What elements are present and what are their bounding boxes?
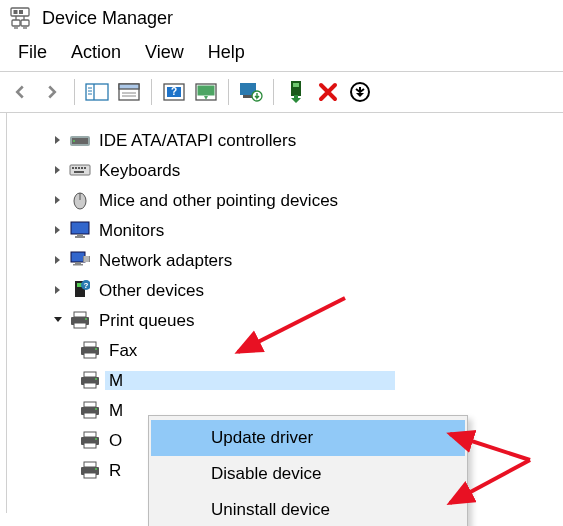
help-button[interactable]: ? [160,78,188,106]
expand-icon[interactable] [51,193,65,207]
svg-text:?: ? [171,86,177,97]
svg-rect-9 [86,84,108,100]
printer-icon [79,429,101,451]
back-button[interactable] [6,78,34,106]
svg-rect-15 [119,84,139,89]
svg-rect-66 [84,413,96,418]
svg-rect-74 [84,473,96,478]
svg-rect-52 [74,312,86,317]
svg-rect-38 [74,171,84,173]
toolbar-separator [273,79,274,105]
tree-item-fax[interactable]: Fax [21,335,563,365]
svg-rect-2 [19,10,23,14]
show-hide-tree-button[interactable] [83,78,111,106]
printer-icon [79,459,101,481]
svg-rect-45 [75,262,81,264]
tree-label: Other devices [95,281,208,300]
svg-rect-70 [84,443,96,448]
svg-point-55 [85,318,87,320]
svg-rect-64 [84,402,96,407]
svg-rect-37 [84,167,86,169]
expand-icon[interactable] [51,253,65,267]
menu-view[interactable]: View [135,40,196,65]
tree-label: Fax [105,341,141,360]
toolbar-separator [228,79,229,105]
tree-item-printer-selected[interactable]: M [21,365,563,395]
svg-rect-58 [84,353,96,358]
tree-category-ide[interactable]: IDE ATA/ATAPI controllers [21,125,563,155]
tree-category-print-queues[interactable]: Print queues [21,305,563,335]
printer-icon [79,339,101,361]
menu-help[interactable]: Help [198,40,257,65]
expand-icon[interactable] [51,163,65,177]
window-title: Device Manager [42,8,173,29]
svg-rect-44 [71,252,85,262]
tree-category-network[interactable]: Network adapters [21,245,563,275]
svg-rect-22 [198,86,215,96]
svg-rect-56 [84,342,96,347]
svg-rect-68 [84,432,96,437]
network-adapter-icon [69,249,91,271]
scan-hardware-button[interactable] [192,78,220,106]
svg-point-67 [95,408,97,410]
tree-label: O [105,431,126,450]
device-manager-icon [8,6,32,30]
svg-point-31 [73,140,75,142]
context-uninstall-device[interactable]: Uninstall device [151,492,465,526]
expand-icon[interactable] [51,133,65,147]
context-update-driver[interactable]: Update driver [151,420,465,456]
expand-icon[interactable] [51,283,65,297]
menubar: File Action View Help [0,32,563,71]
svg-rect-5 [12,20,20,26]
titlebar: Device Manager [0,0,563,32]
tree-label: Keyboards [95,161,184,180]
ide-controller-icon [69,129,91,151]
context-menu: Update driver Disable device Uninstall d… [148,415,468,526]
svg-rect-1 [14,10,18,14]
tree-label: Monitors [95,221,168,240]
uninstall-device-button[interactable] [314,78,342,106]
keyboard-icon [69,159,91,181]
tree-category-other[interactable]: ? Other devices [21,275,563,305]
context-disable-device[interactable]: Disable device [151,456,465,492]
svg-rect-54 [74,323,86,328]
menu-file[interactable]: File [8,40,59,65]
menu-action[interactable]: Action [61,40,133,65]
update-driver-button[interactable] [237,78,265,106]
svg-rect-32 [70,165,90,175]
expand-icon[interactable] [51,223,65,237]
svg-rect-46 [73,264,83,266]
toolbar-separator [74,79,75,105]
svg-text:?: ? [84,281,89,290]
svg-rect-41 [71,222,89,234]
tree-category-mice[interactable]: Mice and other pointing devices [21,185,563,215]
svg-rect-34 [75,167,77,169]
forward-button[interactable] [38,78,66,106]
toolbar-separator [151,79,152,105]
disable-device-button[interactable] [346,78,374,106]
svg-rect-36 [81,167,83,169]
toolbar: ? [0,71,563,113]
tree-label: Mice and other pointing devices [95,191,342,210]
tree-label: M [105,371,395,390]
printer-icon [79,399,101,421]
svg-rect-60 [84,372,96,377]
svg-rect-27 [293,83,299,87]
tree-label: Print queues [95,311,198,330]
tree-label: M [105,401,127,420]
mouse-icon [69,189,91,211]
svg-point-75 [95,468,97,470]
tree-category-monitors[interactable]: Monitors [21,215,563,245]
svg-rect-33 [72,167,74,169]
enable-device-button[interactable] [282,78,310,106]
monitor-icon [69,219,91,241]
svg-point-59 [95,348,97,350]
other-device-icon: ? [69,279,91,301]
collapse-icon[interactable] [51,313,65,327]
svg-point-71 [95,438,97,440]
svg-rect-42 [77,234,83,236]
printer-icon [69,309,91,331]
svg-rect-43 [75,236,85,238]
properties-button[interactable] [115,78,143,106]
tree-category-keyboards[interactable]: Keyboards [21,155,563,185]
